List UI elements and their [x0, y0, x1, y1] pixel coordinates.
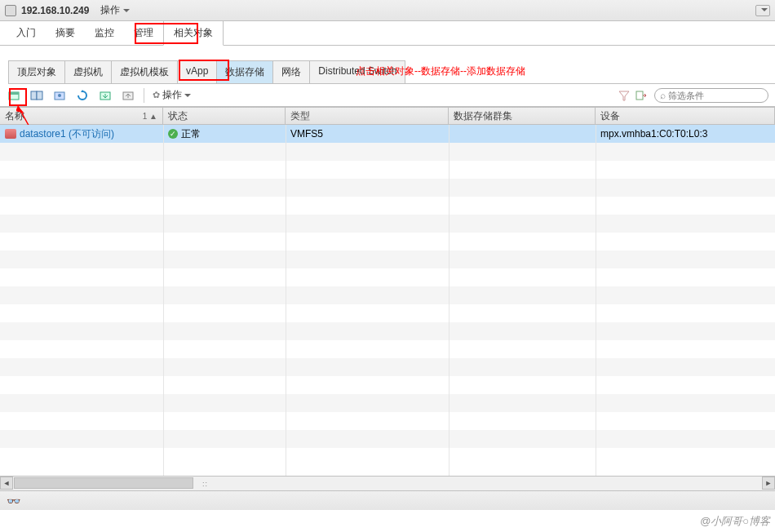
- table-row: [0, 430, 775, 448]
- scroll-grip: ::: [202, 480, 208, 488]
- table-row: [0, 161, 775, 179]
- toolbar: 操作 ⌕: [0, 84, 775, 107]
- tab-related-objects[interactable]: 相关对象: [163, 20, 224, 46]
- svg-rect-8: [636, 91, 643, 100]
- table-row: [0, 215, 775, 233]
- table-row: [0, 394, 775, 412]
- filter-icon[interactable]: [618, 90, 630, 101]
- window-menu-icon[interactable]: [755, 5, 770, 16]
- export-icon[interactable]: [635, 90, 646, 101]
- search-input[interactable]: [668, 91, 775, 100]
- subtab-top-objects[interactable]: 顶层对象: [8, 60, 65, 83]
- subtab-vapp[interactable]: vApp: [177, 60, 217, 83]
- subtab-networks[interactable]: 网络: [272, 60, 310, 83]
- unmount-button[interactable]: [121, 88, 135, 103]
- toolbar-operations-menu[interactable]: 操作: [153, 88, 191, 102]
- table-row[interactable]: datastore1 (不可访问) ✓正常 VMFS5 mpx.vmhba1:C…: [0, 125, 775, 143]
- refresh-button[interactable]: [75, 88, 90, 103]
- table-row: [0, 322, 775, 340]
- col-header-status[interactable]: 状态: [163, 108, 286, 124]
- table-row: [0, 268, 775, 286]
- table-row: [0, 179, 775, 197]
- tab-getting-started[interactable]: 入门: [7, 21, 46, 45]
- table-row: [0, 143, 775, 161]
- grid-header: 名称1 ▲ 状态 类型 数据存储群集 设备: [0, 107, 775, 125]
- col-header-name[interactable]: 名称1 ▲: [0, 108, 163, 124]
- table-row: [0, 233, 775, 250]
- tab-summary[interactable]: 摘要: [46, 21, 85, 45]
- col-divider: [286, 125, 286, 476]
- search-icon: ⌕: [660, 90, 666, 101]
- subtab-datastores[interactable]: 数据存储: [216, 60, 273, 83]
- col-header-type[interactable]: 类型: [286, 108, 449, 124]
- footer-bar: 👓: [0, 490, 775, 510]
- scroll-thumb[interactable]: [14, 477, 193, 489]
- host-icon: [5, 5, 16, 16]
- tab-monitor[interactable]: 监控: [85, 21, 124, 45]
- svg-rect-3: [37, 91, 42, 100]
- cell-name: datastore1 (不可访问): [20, 127, 114, 141]
- scroll-left-arrow[interactable]: ◄: [0, 477, 13, 490]
- datastore-icon: [5, 129, 16, 139]
- table-row: [0, 250, 775, 268]
- watermark: @小阿哥○博客: [700, 514, 770, 529]
- cell-status: 正常: [181, 127, 201, 141]
- table-row: [0, 376, 775, 394]
- main-tabs: 入门 摘要 监控 管理 相关对象: [0, 21, 775, 46]
- table-row: [0, 286, 775, 304]
- table-row: [0, 197, 775, 215]
- host-ip: 192.168.10.249: [21, 5, 89, 16]
- status-ok-icon: ✓: [168, 129, 178, 139]
- subtab-vms[interactable]: 虚拟机: [64, 60, 112, 83]
- svg-point-5: [58, 94, 61, 97]
- find-icon[interactable]: 👓: [7, 494, 20, 508]
- register-vm-button[interactable]: [29, 88, 44, 103]
- cell-device: mpx.vmhba1:C0:T0:L0:3: [596, 128, 775, 140]
- table-row: [0, 340, 775, 358]
- table-row: [0, 412, 775, 430]
- grid-body: datastore1 (不可访问) ✓正常 VMFS5 mpx.vmhba1:C…: [0, 125, 775, 476]
- operations-label: 操作: [100, 3, 120, 17]
- filter-icons: [618, 90, 646, 101]
- col-header-cluster[interactable]: 数据存储群集: [449, 108, 596, 124]
- svg-rect-2: [31, 91, 37, 100]
- table-row: [0, 358, 775, 376]
- add-datastore-button[interactable]: [7, 88, 21, 103]
- table-row: [0, 448, 775, 466]
- table-row: [0, 304, 775, 322]
- search-box[interactable]: ⌕: [654, 88, 768, 103]
- col-divider: [163, 125, 164, 476]
- scroll-right-arrow[interactable]: ►: [762, 477, 775, 490]
- title-bar: 192.168.10.249 操作: [0, 0, 775, 21]
- col-header-device[interactable]: 设备: [596, 108, 775, 124]
- browse-files-button[interactable]: [52, 88, 67, 103]
- cell-type: VMFS5: [286, 128, 449, 140]
- subtab-vm-templates[interactable]: 虚拟机模板: [111, 60, 178, 83]
- mount-button[interactable]: [98, 88, 113, 103]
- horizontal-scrollbar[interactable]: ◄ :: ►: [0, 476, 775, 490]
- operations-menu[interactable]: 操作: [100, 3, 130, 17]
- col-divider: [596, 125, 596, 476]
- sort-indicator: 1 ▲: [143, 112, 157, 121]
- annotation-hint-text: 点击相关对象--数据存储--添加数据存储: [355, 65, 526, 78]
- tab-manage[interactable]: 管理: [124, 21, 163, 45]
- toolbar-separator: [144, 88, 144, 103]
- toolbar-operations-label: 操作: [162, 88, 182, 102]
- svg-rect-1: [9, 92, 19, 95]
- col-divider: [449, 125, 450, 476]
